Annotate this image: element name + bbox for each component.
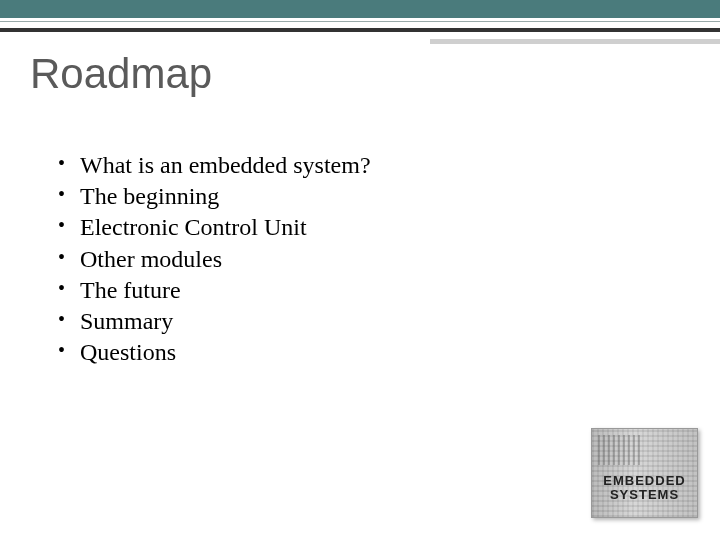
chip-pins-icon (598, 435, 642, 465)
list-item: The beginning (58, 181, 371, 212)
rule-thin (0, 21, 720, 22)
accent-bar-teal (0, 0, 720, 18)
list-item: What is an embedded system? (58, 150, 371, 181)
list-item: Other modules (58, 244, 371, 275)
rule-thick (0, 28, 720, 32)
list-item: Questions (58, 337, 371, 368)
rule-short-gray (430, 39, 720, 44)
list-item: Summary (58, 306, 371, 337)
list-item: The future (58, 275, 371, 306)
logo-text-line1: EMBEDDED (592, 473, 697, 488)
slide-title: Roadmap (30, 50, 212, 98)
embedded-systems-logo: EMBEDDED SYSTEMS (591, 428, 698, 518)
bullet-list: What is an embedded system? The beginnin… (58, 150, 371, 368)
list-item: Electronic Control Unit (58, 212, 371, 243)
logo-text-line2: SYSTEMS (592, 487, 697, 502)
